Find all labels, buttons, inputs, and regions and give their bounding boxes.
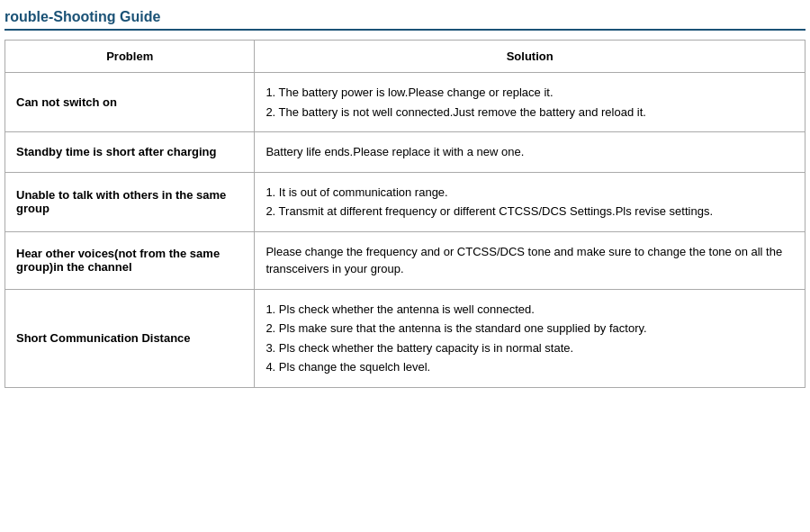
table-header-row: Problem Solution (5, 41, 806, 73)
solution-cell: Please change the frequency and or CTCSS… (255, 231, 806, 289)
solution-cell: Battery life ends.Please replace it with… (255, 132, 806, 173)
solution-line: 2. The battery is not well connected.Jus… (266, 104, 794, 122)
problem-cell: Hear other voices(not from the same grou… (5, 231, 255, 289)
header-problem: Problem (5, 41, 255, 73)
page-container: rouble-Shooting Guide Problem Solution C… (0, 0, 810, 397)
solution-line: Battery life ends.Please replace it with… (266, 143, 794, 161)
page-title: rouble-Shooting Guide (4, 9, 806, 31)
solution-line: 4. Pls change the squelch level. (266, 358, 794, 376)
solution-line: Please change the frequency and or CTCSS… (266, 243, 794, 278)
solution-cell: 1. The battery power is low.Please chang… (255, 73, 806, 132)
header-solution: Solution (255, 41, 806, 73)
table-row: Unable to talk with others in the same g… (5, 172, 806, 231)
solution-line: 1. The battery power is low.Please chang… (266, 84, 794, 102)
solution-cell: 1. It is out of communication range.2. T… (255, 172, 806, 231)
problem-cell: Unable to talk with others in the same g… (5, 172, 255, 231)
table-row: Short Communication Distance1. Pls check… (5, 289, 806, 387)
solution-line: 3. Pls check whether the battery capacit… (266, 339, 794, 357)
solution-cell: 1. Pls check whether the antenna is well… (255, 289, 806, 387)
solution-line: 1. It is out of communication range. (266, 184, 794, 202)
solution-line: 1. Pls check whether the antenna is well… (266, 301, 794, 319)
table-row: Can not switch on1. The battery power is… (5, 73, 806, 132)
problem-cell: Can not switch on (5, 73, 255, 132)
table-row: Standby time is short after chargingBatt… (5, 132, 806, 173)
problem-cell: Short Communication Distance (5, 289, 255, 387)
table-row: Hear other voices(not from the same grou… (5, 231, 806, 289)
solution-line: 2. Pls make sure that the antenna is the… (266, 320, 794, 338)
troubleshooting-table: Problem Solution Can not switch on1. The… (4, 40, 806, 388)
solution-line: 2. Transmit at different frequency or di… (266, 203, 794, 221)
problem-cell: Standby time is short after charging (5, 132, 255, 173)
